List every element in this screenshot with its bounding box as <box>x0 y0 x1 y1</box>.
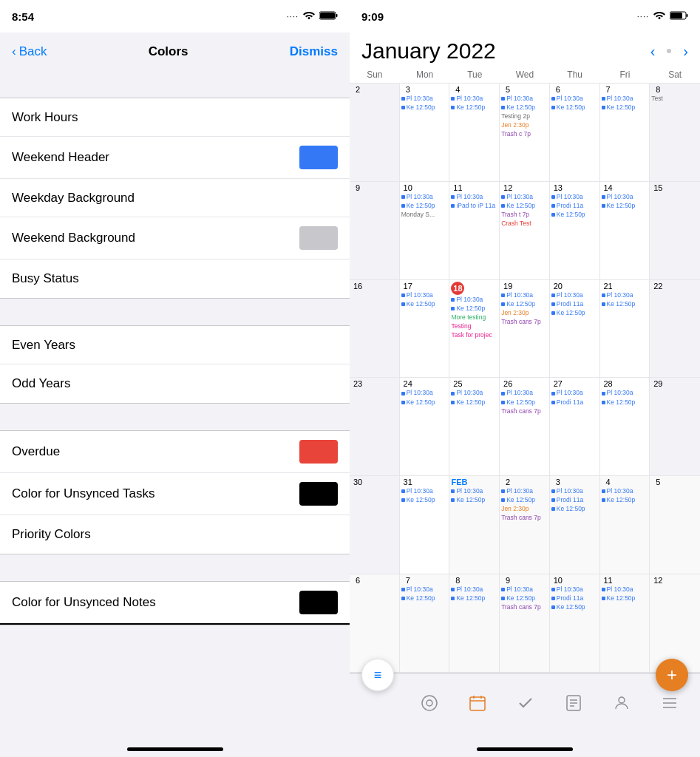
calendar-day[interactable]: 11Pl 10:30aiPad to iP 11a <box>449 182 500 279</box>
calendar-event[interactable]: Pl 10:30a <box>451 95 497 103</box>
calendar-event[interactable]: Pl 10:30a <box>501 487 548 495</box>
calendar-day[interactable]: 5Pl 10:30aKe 12:50pTesting 2pJen 2:30pTr… <box>500 84 550 181</box>
calendar-event[interactable]: Ke 12:50p <box>451 496 497 504</box>
calendar-event[interactable]: Trash cans 7p <box>501 407 548 415</box>
calendar-event[interactable]: Pl 10:30a <box>401 487 448 495</box>
calendar-event[interactable]: Pl 10:30a <box>551 389 598 397</box>
calendar-event[interactable]: Ke 12:50p <box>501 300 548 308</box>
add-event-button[interactable]: + <box>656 659 688 691</box>
calendar-day[interactable]: 12 <box>650 574 700 672</box>
calendar-event[interactable]: Trash cans 7p <box>501 514 548 522</box>
calendar-event[interactable]: Pl 10:30a <box>501 95 548 103</box>
calendar-day[interactable]: 14Pl 10:30aKe 12:50p <box>600 182 650 279</box>
weekend-header-color-swatch[interactable] <box>299 146 338 169</box>
calendar-event[interactable]: Ke 12:50p <box>551 309 598 317</box>
calendar-day[interactable]: 2 <box>350 84 400 181</box>
calendar-day[interactable]: 20Pl 10:30aProdi 11aKe 12:50p <box>550 280 600 378</box>
calendar-day[interactable]: 13Pl 10:30aProdi 11aKe 12:50p <box>550 182 600 279</box>
calendar-day[interactable]: 19Pl 10:30aKe 12:50pJen 2:30pTrash cans … <box>500 280 550 378</box>
calendar-day[interactable]: 4Pl 10:30aKe 12:50p <box>449 84 500 181</box>
calendar-event[interactable]: Ke 12:50p <box>501 398 548 407</box>
calendar-event[interactable]: Pl 10:30a <box>401 585 448 594</box>
calendar-event[interactable]: Pl 10:30a <box>451 193 497 201</box>
calendar-event[interactable]: Ke 12:50p <box>451 103 497 112</box>
calendar-day[interactable]: 6Pl 10:30aKe 12:50p <box>550 84 600 181</box>
unsynced-tasks-row[interactable]: Color for Unsynced Tasks <box>0 473 350 515</box>
calendar-day[interactable]: 27Pl 10:30aProdi 11a <box>550 378 600 475</box>
tab-calendar[interactable] <box>460 688 495 718</box>
calendar-event[interactable]: Task for projec <box>451 331 497 339</box>
calendar-event[interactable]: Prodi 11a <box>551 300 598 308</box>
busy-status-row[interactable]: Busy Status <box>0 259 350 298</box>
calendar-day[interactable]: 31Pl 10:30aKe 12:50p <box>400 476 450 574</box>
calendar-event[interactable]: Pl 10:30a <box>602 291 648 299</box>
calendar-event[interactable]: Pl 10:30a <box>401 291 448 299</box>
calendar-event[interactable]: Pl 10:30a <box>551 487 598 495</box>
calendar-event[interactable]: More testing <box>451 313 497 322</box>
unsynced-notes-row[interactable]: Color for Unsynced Notes <box>0 582 350 625</box>
calendar-event[interactable]: Trash t 7p <box>501 211 548 219</box>
calendar-event[interactable]: Pl 10:30a <box>551 291 598 299</box>
calendar-event[interactable]: Pl 10:30a <box>602 193 648 201</box>
even-years-row[interactable]: Even Years <box>0 326 350 364</box>
calendar-event[interactable]: Jen 2:30p <box>501 505 548 513</box>
tab-notes[interactable] <box>556 688 591 718</box>
calendar-event[interactable]: Trash c 7p <box>501 130 548 138</box>
calendar-event[interactable]: Ke 12:50p <box>501 594 548 602</box>
calendar-event[interactable]: Pl 10:30a <box>551 585 598 594</box>
calendar-event[interactable]: Jen 2:30p <box>501 121 548 129</box>
calendar-event[interactable]: Pl 10:30a <box>501 389 548 397</box>
next-month-button[interactable]: › <box>683 43 688 60</box>
tab-inbox[interactable] <box>412 688 447 718</box>
calendar-day[interactable]: 12Pl 10:30aKe 12:50pTrash t 7pCrash Test <box>500 182 550 279</box>
calendar-event[interactable]: Testing <box>451 322 497 330</box>
overdue-row[interactable]: Overdue <box>0 431 350 473</box>
calendar-day[interactable]: 23 <box>350 378 400 475</box>
unsynced-notes-color-swatch[interactable] <box>299 591 338 614</box>
unsynced-tasks-color-swatch[interactable] <box>299 482 338 506</box>
prev-month-button[interactable]: ‹ <box>650 43 656 60</box>
calendar-event[interactable]: Pl 10:30a <box>602 389 648 397</box>
calendar-event[interactable]: Pl 10:30a <box>501 585 548 594</box>
work-hours-row[interactable]: Work Hours <box>0 98 350 137</box>
calendar-event[interactable]: Pl 10:30a <box>551 95 598 103</box>
calendar-day[interactable]: 24Pl 10:30aKe 12:50p <box>400 378 450 475</box>
calendar-event[interactable]: Pl 10:30a <box>401 95 448 103</box>
calendar-event[interactable]: Ke 12:50p <box>602 300 648 308</box>
calendar-event[interactable]: Ke 12:50p <box>401 496 448 504</box>
calendar-event[interactable]: Pl 10:30a <box>401 193 448 201</box>
calendar-event[interactable]: Ke 12:50p <box>551 603 598 611</box>
calendar-event[interactable]: Pl 10:30a <box>501 291 548 299</box>
calendar-day[interactable]: 9Pl 10:30aKe 12:50pTrash cans 7p <box>500 574 550 672</box>
calendar-event[interactable]: Ke 12:50p <box>401 398 448 407</box>
weekend-background-color-swatch[interactable] <box>299 226 338 250</box>
calendar-day[interactable]: 10Pl 10:30aProdi 11aKe 12:50p <box>550 574 600 672</box>
calendar-day[interactable]: 29 <box>650 378 700 475</box>
calendar-event[interactable]: Ke 12:50p <box>602 594 648 602</box>
calendar-event[interactable]: Ke 12:50p <box>401 300 448 308</box>
calendar-event[interactable]: Test <box>651 95 699 103</box>
calendar-event[interactable]: Ke 12:50p <box>602 103 648 112</box>
calendar-day[interactable]: 21Pl 10:30aKe 12:50p <box>600 280 650 378</box>
calendar-event[interactable]: Pl 10:30a <box>451 487 497 495</box>
priority-colors-row[interactable]: Priority Colors <box>0 515 350 554</box>
calendar-event[interactable]: Ke 12:50p <box>451 398 497 407</box>
calendar-day[interactable]: 3Pl 10:30aKe 12:50p <box>400 84 450 181</box>
calendar-event[interactable]: Ke 12:50p <box>551 103 598 112</box>
calendar-event[interactable]: Prodi 11a <box>551 202 598 210</box>
calendar-day[interactable]: 8Test <box>650 84 700 181</box>
calendar-day[interactable]: 11Pl 10:30aKe 12:50p <box>600 574 650 672</box>
calendar-event[interactable]: Ke 12:50p <box>602 398 648 407</box>
calendar-event[interactable]: Pl 10:30a <box>501 193 548 201</box>
calendar-event[interactable]: Jen 2:30p <box>501 309 548 317</box>
weekday-background-row[interactable]: Weekday Background <box>0 179 350 217</box>
calendar-day[interactable]: 9 <box>350 182 400 279</box>
calendar-day[interactable]: 25Pl 10:30aKe 12:50p <box>449 378 500 475</box>
calendar-event[interactable]: Pl 10:30a <box>602 585 648 594</box>
calendar-event[interactable]: Ke 12:50p <box>401 594 448 602</box>
calendar-day[interactable]: 22 <box>650 280 700 378</box>
calendar-day[interactable]: 10Pl 10:30aKe 12:50pMonday S... <box>400 182 450 279</box>
calendar-event[interactable]: Ke 12:50p <box>602 202 648 210</box>
calendar-event[interactable]: Trash cans 7p <box>501 603 548 611</box>
calendar-event[interactable]: Testing 2p <box>501 112 548 120</box>
